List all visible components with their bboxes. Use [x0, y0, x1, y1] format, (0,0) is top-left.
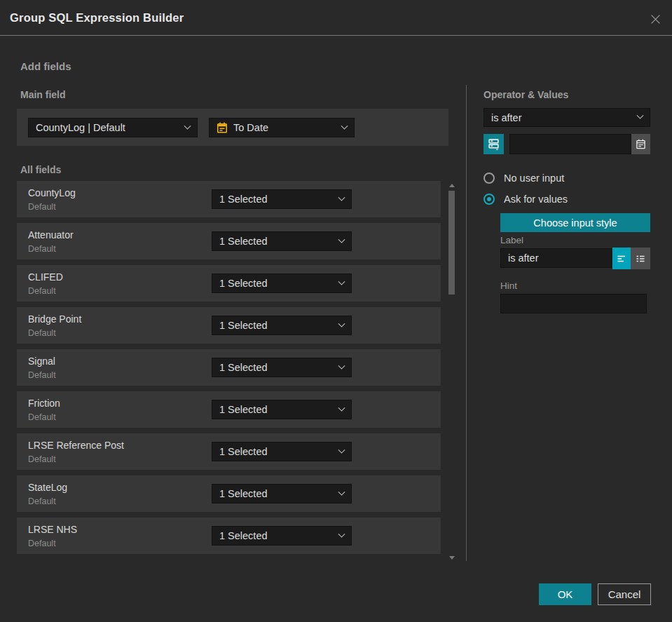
list-scrollbar[interactable]: [448, 181, 456, 561]
field-selected-value: 1 Selected: [219, 362, 268, 373]
label-field-label: Label: [500, 235, 523, 245]
value-input[interactable]: [509, 134, 631, 154]
operator-select-value: is after: [491, 112, 522, 123]
main-field-panel: CountyLog | Default To Date: [17, 109, 448, 146]
scroll-up-arrow-icon[interactable]: [449, 184, 455, 187]
radio-selected-icon[interactable]: [484, 194, 495, 205]
all-fields-list: CountyLog Default 1 Selected Attenuator …: [17, 181, 441, 560]
chevron-down-icon: [338, 446, 345, 453]
field-selected-value: 1 Selected: [219, 320, 268, 331]
field-row: Friction Default 1 Selected: [17, 391, 441, 428]
label-input[interactable]: [500, 248, 612, 268]
chevron-down-icon: [338, 530, 345, 537]
field-selected-dropdown[interactable]: 1 Selected: [212, 231, 352, 251]
main-field-select[interactable]: CountyLog | Default: [28, 118, 198, 137]
dialog-titlebar: Group SQL Expression Builder: [0, 0, 672, 36]
operator-select[interactable]: is after: [484, 108, 650, 127]
chevron-down-icon: [338, 488, 345, 495]
label-style-single-button[interactable]: [612, 248, 631, 269]
chevron-down-icon: [338, 404, 345, 411]
field-selected-value: 1 Selected: [219, 404, 268, 415]
chevron-down-icon: [341, 122, 348, 129]
field-row: LRSE Reference Post Default 1 Selected: [17, 433, 441, 470]
field-row: CLIFED Default 1 Selected: [17, 265, 441, 302]
field-row: StateLog Default 1 Selected: [17, 475, 441, 512]
field-row: Bridge Point Default 1 Selected: [17, 307, 441, 344]
value-type-button[interactable]: [484, 134, 504, 154]
radio-label: No user input: [504, 173, 564, 184]
cancel-button[interactable]: Cancel: [598, 583, 651, 605]
field-selected-value: 1 Selected: [219, 236, 268, 247]
stack-icon: [488, 138, 500, 151]
radio-label: Ask for values: [504, 194, 568, 205]
chevron-down-icon: [338, 236, 345, 243]
radio-unselected-icon[interactable]: [484, 173, 495, 184]
panel-divider: [466, 85, 467, 561]
field-selected-dropdown[interactable]: 1 Selected: [212, 273, 352, 293]
field-selected-dropdown[interactable]: 1 Selected: [212, 484, 352, 503]
close-icon: [650, 13, 661, 25]
close-button[interactable]: [648, 12, 662, 26]
calendar-icon: [217, 122, 228, 133]
field-selected-value: 1 Selected: [219, 446, 268, 457]
chevron-down-icon: [184, 122, 191, 129]
field-selected-dropdown[interactable]: 1 Selected: [212, 442, 352, 461]
chevron-down-icon: [338, 320, 345, 327]
main-field-heading: Main field: [20, 89, 66, 100]
field-selected-dropdown[interactable]: 1 Selected: [212, 400, 352, 419]
field-selected-value: 1 Selected: [219, 194, 268, 205]
list-icon: [635, 253, 646, 264]
field-selected-value: 1 Selected: [219, 530, 268, 541]
align-left-icon: [616, 253, 627, 264]
scrollbar-thumb[interactable]: [448, 191, 455, 295]
field-selected-dropdown[interactable]: 1 Selected: [212, 526, 352, 546]
field-row: LRSE NHS Default 1 Selected: [17, 518, 441, 554]
chevron-down-icon: [338, 194, 345, 201]
field-selected-dropdown[interactable]: 1 Selected: [212, 316, 352, 335]
hint-input[interactable]: [500, 294, 647, 313]
choose-input-style-button[interactable]: Choose input style: [500, 213, 650, 232]
label-style-list-button[interactable]: [631, 248, 650, 269]
radio-option-no-user-input[interactable]: No user input: [484, 173, 564, 184]
radio-option-ask-for-values[interactable]: Ask for values: [484, 194, 568, 205]
field-row: Signal Default 1 Selected: [17, 349, 441, 386]
hint-field-label: Hint: [500, 280, 517, 291]
chevron-down-icon: [637, 112, 644, 119]
operator-values-heading: Operator & Values: [484, 89, 568, 100]
field-row: CountyLog Default 1 Selected: [17, 181, 441, 217]
dialog-title: Group SQL Expression Builder: [10, 11, 184, 25]
field-selected-dropdown[interactable]: 1 Selected: [212, 189, 352, 209]
all-fields-heading: All fields: [20, 164, 61, 175]
chevron-down-icon: [338, 278, 345, 285]
main-field-date-value: To Date: [233, 122, 268, 133]
field-selected-value: 1 Selected: [219, 278, 268, 289]
calendar-icon: [636, 139, 646, 149]
main-field-select-value: CountyLog | Default: [36, 122, 125, 133]
chevron-down-icon: [338, 362, 345, 369]
field-selected-dropdown[interactable]: 1 Selected: [212, 358, 352, 377]
add-fields-heading: Add fields: [20, 60, 71, 72]
field-row: Attenuator Default 1 Selected: [17, 223, 441, 259]
field-selected-value: 1 Selected: [219, 488, 268, 499]
value-date-picker-button[interactable]: [631, 134, 650, 154]
ok-button[interactable]: OK: [539, 583, 591, 605]
main-field-date-select[interactable]: To Date: [209, 118, 355, 137]
scroll-down-arrow-icon[interactable]: [449, 556, 455, 560]
